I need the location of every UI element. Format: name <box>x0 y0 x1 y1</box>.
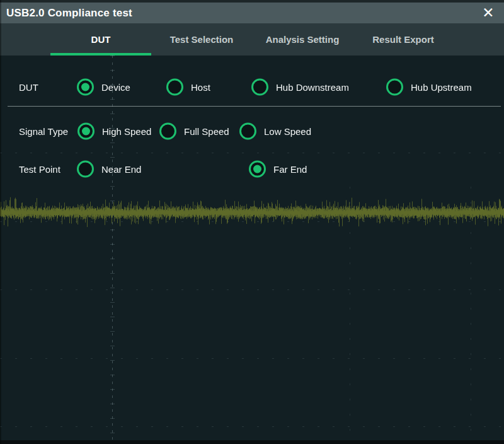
radio-selected-icon <box>77 79 94 96</box>
form-row-signal-type: Signal TypeHigh SpeedFull SpeedLow Speed <box>0 122 504 140</box>
usb-compliance-dialog: USB2.0 Compliance test ✕ DUTTest Selecti… <box>0 0 504 444</box>
tab-bar: DUTTest SelectionAnalysis SettingResult … <box>0 23 504 56</box>
radio-low-speed[interactable]: Low Speed <box>239 123 311 140</box>
graticule-line <box>350 187 350 439</box>
dialog-title: USB2.0 Compliance test <box>6 3 132 23</box>
active-tab-underline <box>50 53 151 56</box>
tab-label: Analysis Setting <box>266 34 340 45</box>
form-row-dut: DUTDeviceHostHub DownstreamHub Upstream <box>0 78 504 96</box>
tab-test-selection[interactable]: Test Selection <box>151 23 252 56</box>
graticule-line <box>0 153 504 153</box>
radio-unselected-icon <box>251 79 268 96</box>
form-row-test-point: Test PointNear EndFar End <box>0 160 504 178</box>
radio-label: Host <box>191 82 210 93</box>
radio-unselected-icon <box>239 123 256 140</box>
graticule-line <box>471 187 471 439</box>
row-separator <box>8 106 501 107</box>
waveform-trace <box>0 0 504 444</box>
radio-label: Full Speed <box>184 126 229 137</box>
radio-hub-downstream[interactable]: Hub Downstream <box>251 79 349 96</box>
row-label-dut: DUT <box>19 82 38 93</box>
radio-unselected-icon <box>77 161 94 178</box>
radio-full-speed[interactable]: Full Speed <box>159 123 229 140</box>
radio-label: Hub Downstream <box>276 82 349 93</box>
tab-analysis-setting[interactable]: Analysis Setting <box>252 23 353 56</box>
radio-device[interactable]: Device <box>77 79 130 96</box>
close-icon: ✕ <box>482 4 494 21</box>
tab-dut[interactable]: DUT <box>50 23 151 56</box>
radio-label: High Speed <box>102 126 151 137</box>
radio-high-speed[interactable]: High Speed <box>77 123 151 140</box>
tab-label: DUT <box>91 34 111 45</box>
graticule-line <box>110 56 115 440</box>
tab-result-export[interactable]: Result Export <box>353 23 454 56</box>
radio-unselected-icon <box>159 123 176 140</box>
graticule-line <box>0 289 504 290</box>
radio-label: Device <box>101 82 130 93</box>
radio-selected-icon <box>77 123 94 140</box>
graticule-line <box>0 426 504 427</box>
close-button[interactable]: ✕ <box>476 3 500 23</box>
dialog-left-edge <box>0 0 1 444</box>
graticule-line <box>0 221 504 222</box>
row-label-signal-type: Signal Type <box>19 126 68 137</box>
tabs-row: DUTTest SelectionAnalysis SettingResult … <box>50 23 454 56</box>
radio-label: Hub Upstream <box>411 82 472 93</box>
dialog-bottom-edge <box>0 440 504 444</box>
radio-host[interactable]: Host <box>166 79 210 96</box>
radio-label: Near End <box>101 164 141 175</box>
graticule-line <box>112 56 113 440</box>
row-label-test-point: Test Point <box>19 164 60 175</box>
radio-unselected-icon <box>166 79 183 96</box>
radio-label: Far End <box>273 164 307 175</box>
radio-hub-upstream[interactable]: Hub Upstream <box>386 79 472 96</box>
radio-near-end[interactable]: Near End <box>77 161 141 178</box>
graticule-line <box>0 358 504 359</box>
title-bar: USB2.0 Compliance test ✕ <box>0 3 504 23</box>
tab-label: Test Selection <box>170 34 234 45</box>
radio-unselected-icon <box>386 79 403 96</box>
tab-label: Result Export <box>372 34 434 45</box>
radio-label: Low Speed <box>264 126 311 137</box>
radio-far-end[interactable]: Far End <box>249 161 307 178</box>
radio-selected-icon <box>249 161 266 178</box>
